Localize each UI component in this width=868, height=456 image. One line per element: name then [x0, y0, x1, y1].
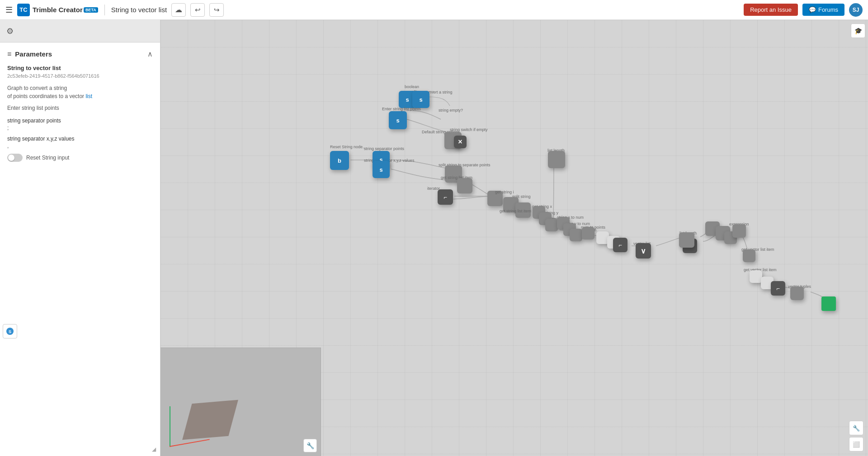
brand-name: Trimble Creator — [33, 6, 83, 14]
node-num-points-cube[interactable] — [582, 227, 594, 240]
node-switch[interactable]: × — [454, 136, 467, 148]
node-iterator-cube[interactable]: ⌐ — [438, 189, 453, 205]
node-g1[interactable] — [487, 191, 503, 206]
right-icons-panel: 🎓 — [848, 20, 868, 42]
cloud-button[interactable]: ☁ — [171, 3, 186, 17]
project-title: String to vector list — [111, 6, 167, 14]
separator-xyz-label: string separator x,y,z values — [7, 136, 153, 142]
axis-x — [170, 439, 210, 447]
separator-points-label: string separator points — [7, 118, 153, 124]
beta-badge: BETA — [84, 7, 98, 13]
params-title: Parameters — [15, 50, 52, 58]
node-z[interactable] — [545, 219, 558, 231]
settings-gear-icon[interactable]: ⚙ — [6, 26, 14, 36]
node-wl1[interactable] — [750, 270, 762, 283]
node-get-vector-cube[interactable] — [743, 249, 755, 262]
undo-button[interactable]: ↩ — [190, 3, 205, 17]
separator-xyz-value: , — [7, 143, 153, 149]
topbar: ☰ TC Trimble Creator BETA String to vect… — [0, 0, 868, 20]
separator-points-group: string separator points ; — [7, 118, 153, 131]
node-reset-label: Reset String node... — [330, 145, 366, 149]
logo-area: TC Trimble Creator BETA — [17, 4, 98, 16]
node-ll2-cube[interactable] — [679, 232, 694, 248]
node-sep-xyz[interactable]: s — [373, 161, 390, 178]
sketchup-icon-button[interactable]: S — [3, 324, 17, 338]
param-enter-label: Enter string list points — [7, 105, 153, 111]
node-sep-xyz-cube[interactable]: s — [373, 161, 390, 178]
forums-label: Forums — [818, 6, 838, 13]
separator-points-value: ; — [7, 125, 153, 131]
node-enter-cube[interactable]: s — [389, 111, 407, 129]
wrench-tool-button[interactable]: 🔧 — [849, 421, 863, 435]
node-list-length-cube[interactable] — [548, 151, 565, 168]
topbar-divider — [104, 5, 105, 15]
forums-icon: 💬 — [809, 6, 816, 13]
mini-viewport: 🔧 — [160, 348, 321, 456]
node-num-points[interactable] — [582, 227, 594, 240]
desc-line1: Graph to convert a string — [7, 85, 67, 91]
node-wl1-cube[interactable] — [750, 270, 762, 283]
separator-xyz-group: string separator x,y,z values , — [7, 136, 153, 149]
node-list-length[interactable] — [548, 151, 565, 168]
forums-button[interactable]: 💬 Forums — [802, 4, 844, 16]
node-enter-string[interactable]: s — [389, 111, 407, 129]
param-description: Graph to convert a string of points coor… — [7, 84, 153, 100]
node-g3-cube[interactable] — [515, 202, 531, 218]
sketchup-icon: S — [5, 327, 14, 336]
menu-icon[interactable]: ☰ — [5, 5, 13, 15]
node-r4-cube[interactable] — [732, 224, 746, 238]
viewport[interactable]: Reset String node... b boolean flip to c… — [160, 20, 868, 456]
bottom-right-tools: 🔧 ⬜ — [849, 421, 863, 451]
axis-y — [170, 406, 170, 447]
reset-toggle[interactable] — [7, 154, 23, 162]
mini-wrench-button[interactable]: 🔧 — [303, 439, 317, 452]
node-znum[interactable] — [570, 229, 582, 241]
label-sep-points: string separator points — [364, 146, 404, 151]
sidebar-toolbar: ⚙ — [0, 20, 160, 42]
label-boolean: boolean — [405, 85, 419, 89]
params-header: ≡ Parameters ∧ — [7, 50, 153, 58]
params-list-icon: ≡ — [7, 50, 11, 58]
node-reset-cube[interactable]: b — [330, 151, 349, 170]
svg-text:S: S — [9, 329, 11, 334]
node-green-cube[interactable] — [821, 296, 836, 311]
reset-toggle-label: Reset String input — [26, 155, 69, 161]
node-g1-cube[interactable] — [487, 191, 503, 206]
node-string-input[interactable]: s — [412, 91, 429, 108]
node-get-list-cube[interactable] — [457, 178, 472, 193]
cap-icon-button[interactable]: 🎓 — [851, 24, 865, 38]
node-reset[interactable]: Reset String node... b — [330, 151, 349, 170]
parameters-panel: ≡ Parameters ∧ String to vector list 2c5… — [0, 42, 160, 456]
collapse-button[interactable]: ∧ — [147, 50, 153, 58]
node-switch-cube[interactable]: × — [454, 136, 467, 148]
node-get-list[interactable] — [457, 178, 472, 193]
node-get-vector[interactable] — [743, 249, 755, 262]
node-dl1-cube[interactable]: ⌐ — [771, 281, 785, 296]
user-avatar[interactable]: SJ — [849, 3, 863, 17]
logo-box: TC — [17, 4, 30, 16]
desc-line2-prefix: of points coordinates to a vector — [7, 93, 85, 99]
node-dl1[interactable]: ⌐ — [771, 281, 785, 296]
node-vector-list[interactable]: ∨ — [636, 243, 651, 259]
node-tuples-cube[interactable] — [790, 287, 804, 300]
node-tuples[interactable] — [790, 287, 804, 300]
node-znum-cube[interactable] — [570, 229, 582, 241]
node-g3[interactable] — [515, 202, 531, 218]
redo-button[interactable]: ↪ — [209, 3, 224, 17]
label-string-empty: string empty? — [439, 108, 463, 113]
report-issue-button[interactable]: Report an Issue — [744, 4, 798, 16]
node-iter2[interactable]: ⌐ — [613, 238, 627, 252]
reset-toggle-row: Reset String input — [7, 154, 153, 162]
resize-handle[interactable]: ◢ — [152, 446, 157, 451]
node-green-end[interactable] — [821, 296, 836, 311]
mini-shape — [182, 400, 238, 440]
square-tool-button[interactable]: ⬜ — [849, 437, 863, 451]
node-iterator[interactable]: ⌐ — [438, 189, 453, 205]
node-r4[interactable] — [732, 224, 746, 238]
node-vector-list-cube[interactable]: ∨ — [636, 243, 651, 259]
node-ll2[interactable] — [679, 232, 694, 248]
left-sidebar: ⚙ ≡ Parameters ∧ String to vector list 2… — [0, 20, 160, 456]
node-z-cube[interactable] — [545, 219, 558, 231]
node-iter2-cube[interactable]: ⌐ — [613, 238, 627, 252]
node-string-cube[interactable]: s — [412, 91, 429, 108]
